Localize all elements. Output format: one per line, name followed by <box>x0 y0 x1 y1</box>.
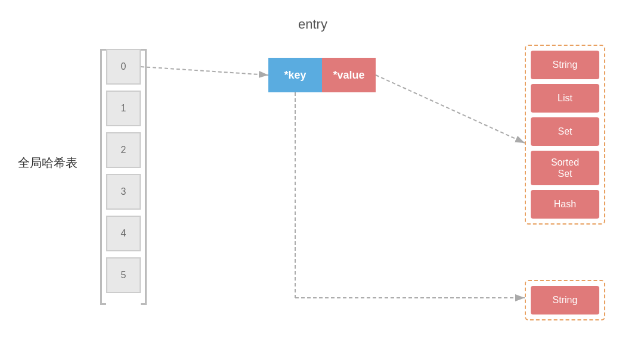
cell-5: 5 <box>106 257 141 293</box>
value-box: *value <box>322 58 376 92</box>
key-box: *key <box>268 58 322 92</box>
hashtable-cells: 0 1 2 3 4 5 <box>106 49 141 299</box>
value-types-bottom: String <box>525 280 605 320</box>
svg-line-1 <box>376 75 525 143</box>
type-string-bottom: String <box>531 286 599 314</box>
entry-box: *key *value <box>268 58 376 92</box>
diagram-container: entry 全局哈希表 0 1 2 3 4 5 *key *value Stri… <box>0 0 644 355</box>
value-types-top: String List Set SortedSet Hash <box>525 45 605 225</box>
cell-3: 3 <box>106 174 141 210</box>
svg-line-0 <box>141 67 268 75</box>
type-sorted-set: SortedSet <box>531 151 599 185</box>
cell-2: 2 <box>106 132 141 168</box>
bracket-right <box>141 49 151 305</box>
cell-0: 0 <box>106 49 141 85</box>
entry-label: entry <box>298 17 327 32</box>
type-hash: Hash <box>531 190 599 219</box>
type-list: List <box>531 84 599 113</box>
cell-4: 4 <box>106 216 141 251</box>
type-set: Set <box>531 117 599 146</box>
bracket-left <box>95 49 106 305</box>
global-hashtable-label: 全局哈希表 <box>18 155 78 171</box>
type-string: String <box>531 51 599 79</box>
cell-1: 1 <box>106 91 141 126</box>
